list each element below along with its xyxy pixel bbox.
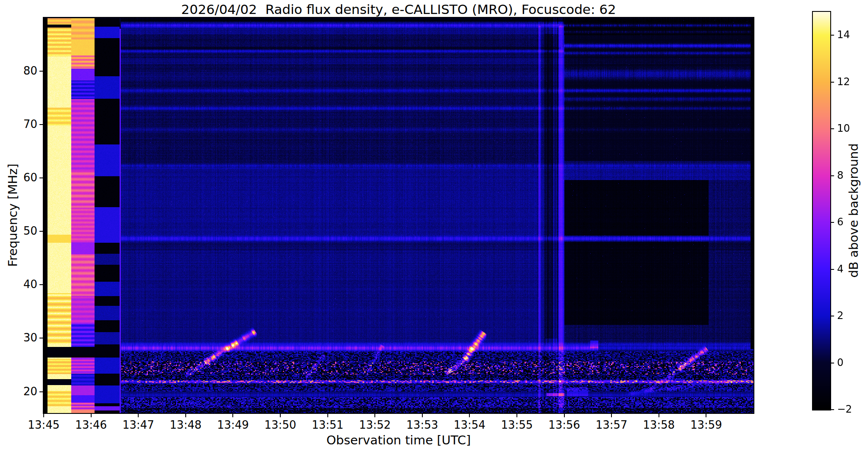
y-tick-mark: [39, 124, 43, 125]
colorbar-tick-mark: [831, 409, 834, 410]
colorbar-tick-mark: [831, 363, 834, 363]
x-tick-mark: [138, 414, 139, 417]
colorbar-tick-label: 4: [837, 263, 843, 275]
colorbar-gradient: [813, 12, 830, 410]
y-tick-mark: [39, 338, 43, 338]
x-tick-label: 13:45: [20, 419, 67, 431]
x-tick-label: 13:51: [304, 419, 351, 431]
x-tick-mark: [280, 414, 281, 417]
colorbar-tick-label: 6: [837, 216, 843, 228]
colorbar-tick-label: 12: [837, 76, 850, 88]
x-tick-label: 13:55: [494, 419, 540, 431]
x-tick-mark: [185, 414, 186, 417]
colorbar-tick-mark: [831, 222, 834, 223]
x-tick-mark: [91, 414, 92, 417]
colorbar-tick-mark: [831, 175, 834, 176]
x-tick-mark: [232, 414, 233, 417]
y-tick-mark: [39, 391, 43, 392]
y-tick-mark: [39, 71, 43, 72]
y-tick-label: 60: [0, 171, 37, 184]
y-tick-label: 50: [0, 225, 37, 237]
colorbar-tick-mark: [831, 316, 834, 316]
spectrogram-figure: 2026/04/02 Radio flux density, e-CALLIST…: [0, 0, 868, 452]
x-tick-label: 13:52: [352, 419, 398, 431]
x-tick-mark: [611, 414, 612, 417]
x-tick-label: 13:54: [446, 419, 493, 431]
colorbar-tick-label: 14: [837, 29, 850, 41]
y-tick-label: 30: [0, 331, 37, 344]
x-tick-mark: [327, 414, 328, 417]
colorbar-tick-mark: [831, 269, 834, 270]
x-tick-mark: [706, 414, 706, 417]
y-tick-mark: [39, 231, 43, 232]
x-tick-label: 13:59: [683, 419, 729, 431]
y-tick-mark: [39, 284, 43, 285]
colorbar-tick-label: −2: [837, 403, 852, 415]
x-tick-label: 13:48: [162, 419, 209, 431]
colorbar-tick-mark: [831, 82, 834, 83]
x-tick-label: 13:50: [257, 419, 304, 431]
x-tick-mark: [564, 414, 565, 417]
x-tick-mark: [469, 414, 470, 417]
y-tick-mark: [39, 177, 43, 178]
x-tick-mark: [516, 414, 517, 417]
x-tick-mark: [374, 414, 375, 417]
colorbar-tick-label: 10: [837, 122, 850, 134]
x-tick-label: 13:49: [209, 419, 256, 431]
colorbar-tick-label: 8: [837, 169, 843, 181]
x-tick-mark: [422, 414, 423, 417]
y-tick-label: 70: [0, 118, 37, 130]
x-axis-label: Observation time [UTC]: [44, 433, 754, 447]
colorbar-tick-mark: [831, 35, 834, 36]
x-tick-mark: [659, 414, 659, 417]
x-tick-label: 13:53: [399, 419, 446, 431]
colorbar-label: dB above background: [846, 143, 861, 277]
colorbar-tick-mark: [831, 128, 834, 129]
spectrogram-canvas: [44, 18, 754, 413]
colorbar-tick-label: 2: [837, 310, 843, 322]
x-tick-mark: [43, 414, 44, 417]
x-tick-label: 13:57: [588, 419, 635, 431]
y-tick-label: 80: [0, 64, 37, 77]
x-tick-label: 13:46: [68, 419, 114, 431]
x-tick-label: 13:58: [636, 419, 682, 431]
chart-title: 2026/04/02 Radio flux density, e-CALLIST…: [44, 2, 754, 17]
x-tick-label: 13:47: [115, 419, 162, 431]
colorbar-tick-label: 0: [837, 357, 843, 369]
x-tick-label: 13:56: [541, 419, 588, 431]
y-tick-label: 40: [0, 278, 37, 291]
y-tick-label: 20: [0, 385, 37, 398]
